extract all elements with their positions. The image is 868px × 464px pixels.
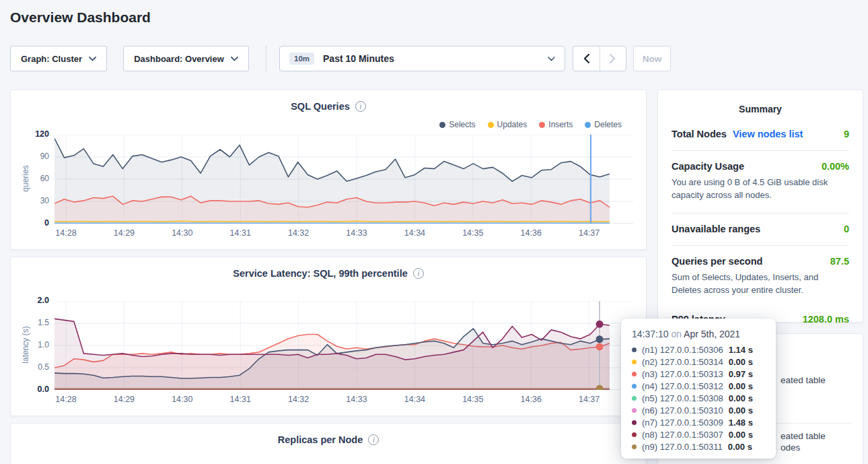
replicas-per-node-chart-title: Replicas per Node: [278, 434, 363, 445]
node-latency-value: 1.14 s: [729, 345, 753, 355]
node-address: (n5) 127.0.0.1:50308: [642, 393, 723, 403]
legend-label: Selects: [449, 120, 475, 129]
node-address: (n3) 127.0.0.1:50313: [642, 369, 723, 379]
node-address: (n1) 127.0.0.1:50306: [642, 345, 723, 355]
sql-chart-xtick: 14:33: [342, 228, 371, 238]
controls-divider: [266, 46, 266, 71]
capacity-usage-value: 0.00%: [822, 161, 849, 172]
tooltip-node-row: (n1) 127.0.0.1:503061.14 s: [632, 343, 766, 356]
node-dot-icon: [632, 444, 637, 449]
latency-chart-svg: [55, 301, 633, 390]
node-dot-icon: [632, 384, 637, 389]
next-time-button[interactable]: [600, 46, 626, 71]
queries-per-second-description: Sum of Selects, Updates, Inserts, and De…: [658, 271, 863, 297]
time-pager: [573, 46, 626, 71]
sql-chart-svg: [55, 135, 633, 224]
dashboard-dropdown[interactable]: Dashboard: Overview: [123, 46, 249, 71]
legend-dot-icon: [585, 122, 591, 128]
now-button[interactable]: Now: [633, 46, 671, 71]
node-address: (n2) 127.0.0.1:50314: [642, 357, 723, 367]
sql-queries-panel: SQL Queries SelectsUpdatesInsertsDeletes…: [10, 90, 647, 250]
replicas-per-node-panel: Replicas per Node: [10, 423, 647, 464]
latency-chart-xtick: 14:35: [458, 395, 488, 404]
tooltip-node-row: (n3) 127.0.0.1:503130.97 s: [632, 368, 766, 380]
summary-divider: [672, 245, 849, 246]
graph-dropdown[interactable]: Graph: Cluster: [10, 46, 107, 71]
latency-chart-xtick: 14:34: [400, 395, 429, 404]
total-nodes-label: Total Nodes: [672, 129, 727, 139]
legend-label: Deletes: [594, 120, 622, 129]
latency-chart-xtick: 14:31: [225, 395, 255, 404]
node-address: (n6) 127.0.0.1:50310: [642, 405, 723, 416]
sql-chart-xtick: 14:37: [575, 228, 604, 238]
summary-panel: Summary Total Nodes View nodes list 9 Ca…: [657, 90, 863, 323]
sql-chart-xtick: 14:34: [400, 228, 429, 238]
time-range-label: Past 10 Minutes: [323, 53, 394, 64]
sql-chart-xtick: 14:29: [109, 228, 139, 238]
service-latency-panel: Service Latency: SQL, 99th percentile 0.…: [10, 257, 647, 416]
p99-latency-value: 1208.0 ms: [803, 314, 849, 325]
node-latency-value: 0.00 s: [729, 393, 753, 403]
node-dot-icon: [632, 408, 637, 413]
info-icon[interactable]: [368, 434, 379, 445]
node-address: (n8) 127.0.0.1:50307: [642, 430, 723, 440]
node-dot-icon: [632, 372, 637, 376]
latency-chart-xtick: 14:30: [168, 395, 197, 404]
tooltip-node-row: (n7) 127.0.0.1:503091.48 s: [632, 416, 766, 428]
tooltip-node-row: (n9) 127.0.0.1:503110.00 s: [632, 440, 766, 453]
node-dot-icon: [632, 420, 637, 425]
capacity-usage-description: You are using 0 B of 4.5 GiB usable disk…: [658, 176, 863, 202]
sql-chart-ylabel: queries: [21, 134, 30, 223]
node-latency-value: 0.00 s: [729, 381, 753, 391]
event-text-fragment: eated table: [781, 375, 826, 385]
event-text-fragment: odes: [781, 442, 800, 453]
page-title: Overview Dashboard: [10, 9, 151, 26]
node-latency-value: 0.00 s: [729, 405, 753, 416]
node-dot-icon: [632, 432, 637, 437]
legend-label: Updates: [497, 120, 528, 129]
legend-item-inserts[interactable]: Inserts: [539, 120, 573, 129]
info-icon[interactable]: [413, 268, 424, 279]
sql-queries-chart[interactable]: 030609012014:2814:2914:3014:3114:3214:33…: [55, 135, 633, 224]
time-range-picker[interactable]: 10m Past 10 Minutes: [279, 46, 565, 71]
chart-hover-tooltip: 14:37:10 on Apr 5th, 2021 (n1) 127.0.0.1…: [621, 319, 776, 459]
overview-dashboard-page: Overview Dashboard Graph: Cluster Dashbo…: [0, 0, 868, 464]
latency-chart-xtick: 14:28: [51, 395, 81, 404]
legend-label: Inserts: [548, 120, 573, 129]
sql-chart-xtick: 14:31: [225, 228, 255, 238]
tooltip-node-row: (n4) 127.0.0.1:503120.00 s: [632, 380, 766, 392]
node-latency-value: 1.48 s: [729, 418, 753, 428]
tooltip-node-row: (n6) 127.0.0.1:503100.00 s: [632, 404, 766, 416]
node-dot-icon: [632, 360, 637, 364]
node-address: (n4) 127.0.0.1:50312: [642, 381, 723, 391]
legend-dot-icon: [539, 122, 545, 128]
node-dot-icon: [632, 347, 637, 352]
legend-item-deletes[interactable]: Deletes: [585, 120, 622, 129]
latency-chart-ylabel: latency (s): [21, 300, 30, 389]
service-latency-chart-title: Service Latency: SQL, 99th percentile: [233, 268, 408, 279]
total-nodes-value: 9: [844, 129, 849, 139]
legend-item-updates[interactable]: Updates: [488, 120, 528, 129]
dashboard-dropdown-label: Dashboard: Overview: [134, 54, 224, 64]
info-icon[interactable]: [355, 101, 366, 112]
chevron-left-icon: [583, 54, 589, 63]
node-latency-value: 0.00 s: [729, 430, 753, 440]
queries-per-second-label: Queries per second: [672, 256, 762, 267]
latency-chart-xtick: 14:37: [575, 395, 604, 404]
summary-divider: [672, 150, 849, 151]
unavailable-ranges-label: Unavailable ranges: [672, 224, 760, 234]
summary-divider: [672, 213, 849, 213]
sql-chart-xtick: 14:36: [516, 228, 546, 238]
node-latency-value: 0.00 s: [728, 442, 752, 452]
latency-chart-xtick: 14:36: [516, 395, 546, 404]
legend-item-selects[interactable]: Selects: [439, 120, 475, 129]
tooltip-node-row: (n5) 127.0.0.1:503080.00 s: [632, 392, 766, 404]
chevron-down-icon: [548, 57, 555, 61]
sql-chart-xtick: 14:28: [51, 228, 81, 238]
prev-time-button[interactable]: [573, 46, 600, 71]
service-latency-chart[interactable]: 0.00.51.01.52.014:2814:2914:3014:3114:32…: [55, 301, 633, 390]
sql-chart-xtick: 14:35: [458, 228, 488, 238]
unavailable-ranges-value: 0: [844, 224, 849, 234]
view-nodes-list-link[interactable]: View nodes list: [733, 129, 803, 139]
sql-chart-xtick: 14:30: [168, 228, 197, 238]
